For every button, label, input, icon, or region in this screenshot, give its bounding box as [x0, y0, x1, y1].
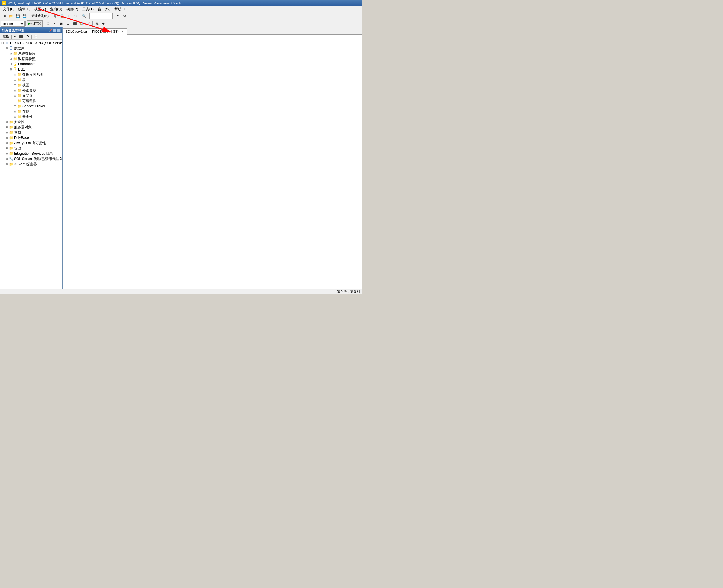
tree-ext-resources[interactable]: ⊞ 📁 外部资源 — [0, 88, 62, 93]
query-tab[interactable]: SQLQuery1.sql -...FICCSN3\ymj (53)) × — [63, 28, 127, 35]
tree-databases[interactable]: ⊟ 🗄 数据库 — [0, 46, 62, 51]
tree-system-dbs[interactable]: ⊞ 📁 系统数据库 — [0, 51, 62, 56]
copy-btn[interactable]: ⎘ — [52, 13, 59, 19]
server-search-input[interactable] — [89, 13, 112, 19]
actual-plan-btn[interactable]: 📊 — [78, 20, 85, 27]
menu-edit[interactable]: 编辑(E) — [17, 6, 32, 12]
menu-help[interactable]: 帮助(H) — [112, 6, 128, 12]
expand-ext-resources[interactable]: ⊞ — [13, 88, 17, 92]
expand-server[interactable]: ⊟ — [1, 41, 5, 45]
sep5 — [113, 14, 114, 19]
expand-landmarks[interactable]: ⊞ — [9, 62, 13, 66]
expand-security[interactable]: ⊞ — [5, 120, 9, 124]
tree-server-objects[interactable]: ⊞ 📁 服务器对象 — [0, 125, 62, 130]
parse-btn[interactable]: ✓ — [51, 20, 58, 27]
connect-btn[interactable]: 🔌 — [94, 20, 100, 27]
estimated-plan-btn[interactable]: 📈 — [85, 20, 91, 27]
expand-system-dbs[interactable]: ⊞ — [9, 51, 13, 56]
tree-synonyms[interactable]: ⊞ 📁 同义词 — [0, 93, 62, 98]
oe-minimize-btn[interactable]: – — [53, 29, 57, 32]
execute-btn[interactable]: ▶ 执行(X) — [27, 20, 43, 27]
new-query-btn[interactable]: 新建查询(N) — [30, 13, 50, 19]
paste-btn[interactable]: 📋 — [59, 13, 65, 19]
open-file-btn[interactable]: 📂 — [8, 13, 14, 19]
menu-window[interactable]: 窗口(W) — [96, 6, 112, 12]
status-bar: 第 0 行，第 0 列 — [0, 289, 362, 294]
expand-management[interactable]: ⊞ — [5, 146, 9, 150]
tree-db-diagrams[interactable]: ⊞ 📁 数据库关系图 — [0, 72, 62, 77]
help-btn[interactable]: ? — [115, 13, 121, 19]
sep4 — [88, 14, 88, 19]
expand-db1[interactable]: ⊟ — [9, 67, 13, 71]
tree-db-snapshots[interactable]: ⊞ 📁 数据库快照 — [0, 56, 62, 61]
database-dropdown[interactable]: master — [1, 21, 25, 27]
expand-views[interactable]: ⊞ — [13, 83, 17, 87]
sep8 — [92, 21, 93, 26]
results-grid-btn[interactable]: ⊞ — [58, 20, 65, 27]
tree-management[interactable]: ⊞ 📁 管理 — [0, 146, 62, 151]
toolbar-main: ⊕ 📂 💾 💾 新建查询(N) ⎘ 📋 ↩ ↪ 🔍 ? ⚙ — [0, 12, 362, 20]
oe-close-btn[interactable]: × — [57, 29, 61, 32]
oe-connect-btn[interactable]: 连接 — [1, 34, 11, 39]
tree-views[interactable]: ⊞ 📁 视图 — [0, 83, 62, 88]
tree-replication[interactable]: ⊞ 📁 复制 — [0, 130, 62, 135]
tree-polybase[interactable]: ⊞ 📁 PolyBase — [0, 135, 62, 141]
expand-service-broker[interactable]: ⊞ — [13, 104, 17, 108]
menu-view[interactable]: 视图(V) — [33, 6, 48, 12]
tree-xevent[interactable]: ⊞ 📁 XEvent 探查器 — [0, 162, 62, 167]
expand-always-on[interactable]: ⊞ — [5, 141, 9, 145]
tree-storage[interactable]: ⊞ 📁 存储 — [0, 109, 62, 114]
oe-refresh-btn[interactable]: ↻ — [25, 34, 30, 39]
expand-programmability[interactable]: ⊞ — [13, 99, 17, 103]
expand-replication[interactable]: ⊞ — [5, 130, 9, 134]
expand-security-db1[interactable]: ⊞ — [13, 115, 17, 119]
tree-integration-svc[interactable]: ⊞ 📁 Integration Services 目录 — [0, 151, 62, 156]
tree-security[interactable]: ⊞ 📁 安全性 — [0, 119, 62, 125]
databases-label: 数据库 — [14, 46, 25, 51]
tree-security-db1[interactable]: ⊞ 📁 安全性 — [0, 114, 62, 119]
tree-db1[interactable]: ⊟ 🗄 DB1 — [0, 67, 62, 72]
save-all-btn[interactable]: 💾 — [21, 13, 28, 19]
results-text-btn[interactable]: ≡ — [65, 20, 71, 27]
oe-properties-btn[interactable]: 📋 — [33, 34, 40, 39]
oe-filter-btn[interactable]: ▾ — [13, 34, 17, 39]
disconnect-btn[interactable]: ⊘ — [100, 20, 107, 27]
search-btn[interactable]: 🔍 — [81, 13, 87, 19]
expand-polybase[interactable]: ⊞ — [5, 136, 9, 140]
tree-always-on[interactable]: ⊞ 📁 Always On 高可用性 — [0, 141, 62, 146]
menu-query[interactable]: 查询(Q) — [48, 6, 64, 12]
tree-landmarks[interactable]: ⊞ 🗄 Landmarks — [0, 61, 62, 67]
redo-btn[interactable]: ↪ — [72, 13, 79, 19]
menu-project[interactable]: 项目(P) — [65, 6, 80, 12]
expand-storage[interactable]: ⊞ — [13, 109, 17, 113]
tree-programmability[interactable]: ⊞ 📁 可编程性 — [0, 98, 62, 104]
menu-file[interactable]: 文件(F) — [1, 6, 16, 12]
query-editor[interactable] — [63, 35, 362, 289]
tree-sql-agent[interactable]: ⊞ 🔧 SQL Server 代理(已禁用代理 XP) — [0, 156, 62, 162]
expand-xevent[interactable]: ⊞ — [5, 162, 9, 166]
stop-btn[interactable]: ⬛ — [72, 20, 78, 27]
expand-db-diagrams[interactable]: ⊞ — [13, 72, 17, 77]
expand-sql-agent[interactable]: ⊞ — [5, 157, 9, 161]
expand-db-snapshots[interactable]: ⊞ — [9, 57, 13, 61]
oe-stop-btn[interactable]: ⬛ — [18, 34, 25, 39]
menu-tools[interactable]: 工具(T) — [80, 6, 96, 12]
debug-btn[interactable]: ⚙ — [45, 20, 51, 27]
expand-synonyms[interactable]: ⊞ — [13, 93, 17, 98]
expand-databases[interactable]: ⊟ — [5, 46, 9, 50]
replication-label: 复制 — [14, 130, 21, 135]
expand-server-objects[interactable]: ⊞ — [5, 125, 9, 129]
tree-service-broker[interactable]: ⊞ 📁 Service Broker — [0, 104, 62, 109]
save-btn[interactable]: 💾 — [15, 13, 21, 19]
undo-btn[interactable]: ↩ — [65, 13, 72, 19]
new-connection-btn[interactable]: ⊕ — [1, 13, 7, 19]
expand-integration-svc[interactable]: ⊞ — [5, 151, 9, 155]
landmarks-icon: 🗄 — [13, 62, 18, 66]
oe-panel-header: 对象资源管理器 📌 – × — [0, 27, 62, 33]
expand-tables[interactable]: ⊞ — [13, 78, 17, 82]
config-btn[interactable]: ⚙ — [121, 13, 128, 19]
tree-server[interactable]: ⊟ 🖥 DESKTOP-FICCSN3 (SQL Server 15.0.200… — [0, 40, 62, 46]
tab-close-btn[interactable]: × — [121, 30, 124, 33]
tree-tables[interactable]: ⊞ 📁 表 — [0, 77, 62, 83]
oe-toolbar: 连接 ▾ ⬛ ↻ 📋 — [0, 33, 62, 40]
